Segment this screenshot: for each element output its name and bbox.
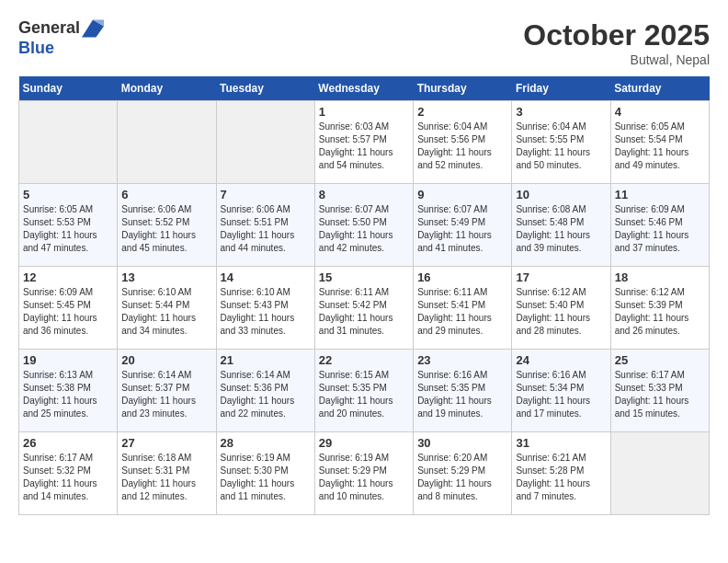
calendar-cell: 7Sunrise: 6:06 AM Sunset: 5:51 PM Daylig… xyxy=(216,184,314,267)
day-number: 27 xyxy=(121,436,211,450)
calendar-week-2: 5Sunrise: 6:05 AM Sunset: 5:53 PM Daylig… xyxy=(19,184,710,267)
day-info: Sunrise: 6:12 AM Sunset: 5:40 PM Dayligh… xyxy=(516,286,606,338)
calendar-cell: 28Sunrise: 6:19 AM Sunset: 5:30 PM Dayli… xyxy=(216,432,314,515)
day-info: Sunrise: 6:17 AM Sunset: 5:33 PM Dayligh… xyxy=(615,369,705,420)
day-number: 8 xyxy=(319,188,409,201)
day-info: Sunrise: 6:09 AM Sunset: 5:45 PM Dayligh… xyxy=(23,286,113,338)
calendar-week-5: 26Sunrise: 6:17 AM Sunset: 5:32 PM Dayli… xyxy=(19,432,710,515)
day-number: 16 xyxy=(417,270,507,284)
calendar-cell: 10Sunrise: 6:08 AM Sunset: 5:48 PM Dayli… xyxy=(512,184,610,267)
day-number: 5 xyxy=(23,188,113,201)
calendar-cell: 1Sunrise: 6:03 AM Sunset: 5:57 PM Daylig… xyxy=(314,101,413,184)
day-info: Sunrise: 6:13 AM Sunset: 5:38 PM Dayligh… xyxy=(23,369,113,420)
calendar-cell: 26Sunrise: 6:17 AM Sunset: 5:32 PM Dayli… xyxy=(19,432,118,515)
calendar-cell: 23Sunrise: 6:16 AM Sunset: 5:35 PM Dayli… xyxy=(414,350,512,432)
day-number: 21 xyxy=(221,353,311,367)
calendar-cell: 5Sunrise: 6:05 AM Sunset: 5:53 PM Daylig… xyxy=(19,184,118,267)
day-number: 18 xyxy=(615,270,705,284)
calendar-cell: 21Sunrise: 6:14 AM Sunset: 5:36 PM Dayli… xyxy=(216,350,314,432)
calendar-cell: 19Sunrise: 6:13 AM Sunset: 5:38 PM Dayli… xyxy=(19,350,118,432)
calendar-cell: 14Sunrise: 6:10 AM Sunset: 5:43 PM Dayli… xyxy=(216,267,314,350)
calendar-cell xyxy=(118,101,216,184)
day-info: Sunrise: 6:06 AM Sunset: 5:52 PM Dayligh… xyxy=(121,203,211,255)
header-day-friday: Friday xyxy=(512,76,610,101)
day-info: Sunrise: 6:07 AM Sunset: 5:49 PM Dayligh… xyxy=(417,203,507,255)
calendar-cell xyxy=(19,101,118,184)
calendar-cell: 31Sunrise: 6:21 AM Sunset: 5:28 PM Dayli… xyxy=(512,432,610,515)
day-number: 22 xyxy=(319,353,409,367)
day-info: Sunrise: 6:11 AM Sunset: 5:42 PM Dayligh… xyxy=(319,286,409,338)
day-info: Sunrise: 6:20 AM Sunset: 5:29 PM Dayligh… xyxy=(417,452,507,503)
header-day-thursday: Thursday xyxy=(414,76,512,101)
day-number: 4 xyxy=(615,105,705,119)
calendar-table: SundayMondayTuesdayWednesdayThursdayFrid… xyxy=(18,76,710,515)
header-row: SundayMondayTuesdayWednesdayThursdayFrid… xyxy=(19,76,710,101)
calendar-cell: 18Sunrise: 6:12 AM Sunset: 5:39 PM Dayli… xyxy=(610,267,709,350)
calendar-header: SundayMondayTuesdayWednesdayThursdayFrid… xyxy=(19,76,710,101)
calendar-cell xyxy=(216,101,314,184)
day-number: 30 xyxy=(417,436,507,450)
calendar-cell: 12Sunrise: 6:09 AM Sunset: 5:45 PM Dayli… xyxy=(19,267,118,350)
calendar-cell: 29Sunrise: 6:19 AM Sunset: 5:29 PM Dayli… xyxy=(314,432,413,515)
calendar-cell: 17Sunrise: 6:12 AM Sunset: 5:40 PM Dayli… xyxy=(512,267,610,350)
calendar-cell: 13Sunrise: 6:10 AM Sunset: 5:44 PM Dayli… xyxy=(118,267,216,350)
day-info: Sunrise: 6:04 AM Sunset: 5:56 PM Dayligh… xyxy=(417,121,507,172)
day-info: Sunrise: 6:03 AM Sunset: 5:57 PM Dayligh… xyxy=(319,121,409,172)
day-info: Sunrise: 6:14 AM Sunset: 5:36 PM Dayligh… xyxy=(221,369,311,420)
day-info: Sunrise: 6:19 AM Sunset: 5:29 PM Dayligh… xyxy=(319,452,409,503)
title-block: October 2025 Butwal, Nepal xyxy=(523,18,710,67)
calendar-cell: 15Sunrise: 6:11 AM Sunset: 5:42 PM Dayli… xyxy=(314,267,413,350)
day-info: Sunrise: 6:17 AM Sunset: 5:32 PM Dayligh… xyxy=(23,452,113,503)
calendar-body: 1Sunrise: 6:03 AM Sunset: 5:57 PM Daylig… xyxy=(19,101,710,515)
day-number: 13 xyxy=(121,270,211,284)
logo: General Blue xyxy=(18,18,106,58)
calendar-cell: 25Sunrise: 6:17 AM Sunset: 5:33 PM Dayli… xyxy=(610,350,709,432)
day-info: Sunrise: 6:21 AM Sunset: 5:28 PM Dayligh… xyxy=(516,452,606,503)
day-number: 17 xyxy=(516,270,606,284)
day-info: Sunrise: 6:05 AM Sunset: 5:53 PM Dayligh… xyxy=(23,203,113,255)
day-info: Sunrise: 6:12 AM Sunset: 5:39 PM Dayligh… xyxy=(615,286,705,338)
calendar-cell: 30Sunrise: 6:20 AM Sunset: 5:29 PM Dayli… xyxy=(414,432,512,515)
day-info: Sunrise: 6:04 AM Sunset: 5:55 PM Dayligh… xyxy=(516,121,606,172)
day-info: Sunrise: 6:14 AM Sunset: 5:37 PM Dayligh… xyxy=(121,369,211,420)
header-day-wednesday: Wednesday xyxy=(314,76,413,101)
day-info: Sunrise: 6:10 AM Sunset: 5:43 PM Dayligh… xyxy=(221,286,311,338)
month-title: October 2025 xyxy=(523,18,710,52)
day-number: 2 xyxy=(417,105,507,119)
calendar-week-1: 1Sunrise: 6:03 AM Sunset: 5:57 PM Daylig… xyxy=(19,101,710,184)
day-number: 9 xyxy=(417,188,507,201)
day-number: 15 xyxy=(319,270,409,284)
calendar-cell: 8Sunrise: 6:07 AM Sunset: 5:50 PM Daylig… xyxy=(314,184,413,267)
day-info: Sunrise: 6:06 AM Sunset: 5:51 PM Dayligh… xyxy=(221,203,311,255)
calendar-cell: 9Sunrise: 6:07 AM Sunset: 5:49 PM Daylig… xyxy=(414,184,512,267)
day-info: Sunrise: 6:07 AM Sunset: 5:50 PM Dayligh… xyxy=(319,203,409,255)
calendar-cell: 6Sunrise: 6:06 AM Sunset: 5:52 PM Daylig… xyxy=(118,184,216,267)
calendar-cell: 24Sunrise: 6:16 AM Sunset: 5:34 PM Dayli… xyxy=(512,350,610,432)
day-info: Sunrise: 6:19 AM Sunset: 5:30 PM Dayligh… xyxy=(221,452,311,503)
day-number: 20 xyxy=(121,353,211,367)
calendar-cell: 2Sunrise: 6:04 AM Sunset: 5:56 PM Daylig… xyxy=(414,101,512,184)
calendar-cell: 11Sunrise: 6:09 AM Sunset: 5:46 PM Dayli… xyxy=(610,184,709,267)
day-info: Sunrise: 6:09 AM Sunset: 5:46 PM Dayligh… xyxy=(615,203,705,255)
day-number: 29 xyxy=(319,436,409,450)
logo-blue: Blue xyxy=(18,39,54,57)
day-info: Sunrise: 6:16 AM Sunset: 5:35 PM Dayligh… xyxy=(417,369,507,420)
day-number: 6 xyxy=(121,188,211,201)
day-info: Sunrise: 6:16 AM Sunset: 5:34 PM Dayligh… xyxy=(516,369,606,420)
day-number: 28 xyxy=(221,436,311,450)
day-number: 14 xyxy=(221,270,311,284)
logo-bird-icon xyxy=(82,19,104,38)
calendar-week-3: 12Sunrise: 6:09 AM Sunset: 5:45 PM Dayli… xyxy=(19,267,710,350)
calendar-cell: 3Sunrise: 6:04 AM Sunset: 5:55 PM Daylig… xyxy=(512,101,610,184)
day-info: Sunrise: 6:15 AM Sunset: 5:35 PM Dayligh… xyxy=(319,369,409,420)
day-info: Sunrise: 6:05 AM Sunset: 5:54 PM Dayligh… xyxy=(615,121,705,172)
day-number: 25 xyxy=(615,353,705,367)
calendar-cell: 4Sunrise: 6:05 AM Sunset: 5:54 PM Daylig… xyxy=(610,101,709,184)
calendar-cell: 16Sunrise: 6:11 AM Sunset: 5:41 PM Dayli… xyxy=(414,267,512,350)
day-number: 26 xyxy=(23,436,113,450)
day-info: Sunrise: 6:08 AM Sunset: 5:48 PM Dayligh… xyxy=(516,203,606,255)
day-number: 7 xyxy=(221,188,311,201)
header-day-tuesday: Tuesday xyxy=(216,76,314,101)
calendar-week-4: 19Sunrise: 6:13 AM Sunset: 5:38 PM Dayli… xyxy=(19,350,710,432)
day-number: 1 xyxy=(319,105,409,119)
